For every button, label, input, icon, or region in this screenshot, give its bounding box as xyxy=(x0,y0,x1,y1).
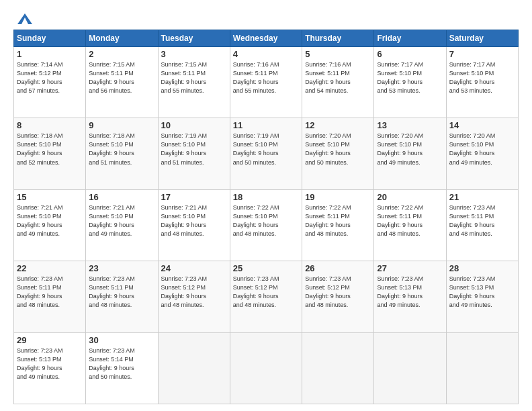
day-info: Sunrise: 7:15 AM Sunset: 5:11 PM Dayligh… xyxy=(89,60,154,95)
day-number: 9 xyxy=(89,120,154,130)
calendar-cell: 19Sunrise: 7:22 AM Sunset: 5:11 PM Dayli… xyxy=(302,189,374,261)
col-header-sunday: Sunday xyxy=(14,30,86,47)
day-info: Sunrise: 7:14 AM Sunset: 5:12 PM Dayligh… xyxy=(17,60,83,95)
day-info: Sunrise: 7:22 AM Sunset: 5:11 PM Dayligh… xyxy=(305,203,371,238)
calendar-cell: 30Sunrise: 7:23 AM Sunset: 5:14 PM Dayli… xyxy=(86,332,158,404)
day-number: 11 xyxy=(233,120,299,130)
calendar-cell: 21Sunrise: 7:23 AM Sunset: 5:11 PM Dayli… xyxy=(446,189,518,261)
header xyxy=(13,12,519,23)
day-number: 6 xyxy=(377,49,443,59)
day-number: 18 xyxy=(233,192,299,202)
col-header-friday: Friday xyxy=(374,30,446,47)
day-info: Sunrise: 7:23 AM Sunset: 5:12 PM Dayligh… xyxy=(233,275,299,310)
day-info: Sunrise: 7:18 AM Sunset: 5:10 PM Dayligh… xyxy=(17,132,83,167)
col-header-monday: Monday xyxy=(86,30,158,47)
col-header-tuesday: Tuesday xyxy=(158,30,230,47)
calendar-cell: 23Sunrise: 7:23 AM Sunset: 5:11 PM Dayli… xyxy=(86,261,158,332)
calendar-cell: 3Sunrise: 7:15 AM Sunset: 5:11 PM Daylig… xyxy=(158,47,230,118)
calendar-table: SundayMondayTuesdayWednesdayThursdayFrid… xyxy=(13,30,519,404)
day-info: Sunrise: 7:23 AM Sunset: 5:13 PM Dayligh… xyxy=(449,275,515,310)
day-info: Sunrise: 7:23 AM Sunset: 5:12 PM Dayligh… xyxy=(305,275,371,310)
calendar-cell: 15Sunrise: 7:21 AM Sunset: 5:10 PM Dayli… xyxy=(14,189,86,261)
day-info: Sunrise: 7:20 AM Sunset: 5:10 PM Dayligh… xyxy=(377,132,443,167)
day-info: Sunrise: 7:23 AM Sunset: 5:12 PM Dayligh… xyxy=(161,275,227,310)
day-number: 1 xyxy=(17,49,83,59)
logo-icon xyxy=(16,12,34,26)
day-info: Sunrise: 7:20 AM Sunset: 5:10 PM Dayligh… xyxy=(449,132,515,167)
calendar-cell: 24Sunrise: 7:23 AM Sunset: 5:12 PM Dayli… xyxy=(158,261,230,332)
day-info: Sunrise: 7:23 AM Sunset: 5:11 PM Dayligh… xyxy=(89,275,154,310)
day-number: 19 xyxy=(305,192,371,202)
day-number: 21 xyxy=(449,192,515,202)
calendar-cell xyxy=(302,332,374,404)
calendar-cell xyxy=(446,332,518,404)
day-info: Sunrise: 7:21 AM Sunset: 5:10 PM Dayligh… xyxy=(161,203,227,238)
day-number: 14 xyxy=(449,120,515,130)
day-number: 12 xyxy=(305,120,371,130)
day-number: 4 xyxy=(233,49,299,59)
day-number: 20 xyxy=(377,192,443,202)
calendar-cell: 16Sunrise: 7:21 AM Sunset: 5:10 PM Dayli… xyxy=(86,189,158,261)
calendar-cell: 1Sunrise: 7:14 AM Sunset: 5:12 PM Daylig… xyxy=(14,47,86,118)
day-info: Sunrise: 7:21 AM Sunset: 5:10 PM Dayligh… xyxy=(17,203,83,238)
day-info: Sunrise: 7:22 AM Sunset: 5:10 PM Dayligh… xyxy=(233,203,299,238)
day-info: Sunrise: 7:23 AM Sunset: 5:11 PM Dayligh… xyxy=(449,203,515,238)
calendar-cell: 9Sunrise: 7:18 AM Sunset: 5:10 PM Daylig… xyxy=(86,118,158,189)
calendar-cell: 18Sunrise: 7:22 AM Sunset: 5:10 PM Dayli… xyxy=(230,189,302,261)
calendar-cell: 27Sunrise: 7:23 AM Sunset: 5:13 PM Dayli… xyxy=(374,261,446,332)
day-number: 23 xyxy=(89,263,154,273)
day-info: Sunrise: 7:17 AM Sunset: 5:10 PM Dayligh… xyxy=(377,60,443,95)
calendar-cell: 2Sunrise: 7:15 AM Sunset: 5:11 PM Daylig… xyxy=(86,47,158,118)
day-number: 22 xyxy=(17,263,83,273)
day-info: Sunrise: 7:23 AM Sunset: 5:13 PM Dayligh… xyxy=(17,347,83,381)
col-header-thursday: Thursday xyxy=(302,30,374,47)
calendar-cell: 5Sunrise: 7:16 AM Sunset: 5:11 PM Daylig… xyxy=(302,47,374,118)
day-info: Sunrise: 7:19 AM Sunset: 5:10 PM Dayligh… xyxy=(233,132,299,167)
calendar-cell: 6Sunrise: 7:17 AM Sunset: 5:10 PM Daylig… xyxy=(374,47,446,118)
day-number: 30 xyxy=(89,335,154,345)
calendar-cell: 12Sunrise: 7:20 AM Sunset: 5:10 PM Dayli… xyxy=(302,118,374,189)
day-number: 25 xyxy=(233,263,299,273)
calendar-cell: 14Sunrise: 7:20 AM Sunset: 5:10 PM Dayli… xyxy=(446,118,518,189)
col-header-wednesday: Wednesday xyxy=(230,30,302,47)
logo xyxy=(13,12,34,23)
calendar-cell: 29Sunrise: 7:23 AM Sunset: 5:13 PM Dayli… xyxy=(14,332,86,404)
day-info: Sunrise: 7:19 AM Sunset: 5:10 PM Dayligh… xyxy=(161,132,227,167)
calendar-cell: 7Sunrise: 7:17 AM Sunset: 5:10 PM Daylig… xyxy=(446,47,518,118)
day-number: 5 xyxy=(305,49,371,59)
day-number: 13 xyxy=(377,120,443,130)
calendar-cell: 4Sunrise: 7:16 AM Sunset: 5:11 PM Daylig… xyxy=(230,47,302,118)
calendar-cell: 8Sunrise: 7:18 AM Sunset: 5:10 PM Daylig… xyxy=(14,118,86,189)
day-info: Sunrise: 7:17 AM Sunset: 5:10 PM Dayligh… xyxy=(449,60,515,95)
day-number: 3 xyxy=(161,49,227,59)
day-info: Sunrise: 7:21 AM Sunset: 5:10 PM Dayligh… xyxy=(89,203,154,238)
col-header-saturday: Saturday xyxy=(446,30,518,47)
day-number: 10 xyxy=(161,120,227,130)
calendar-cell: 22Sunrise: 7:23 AM Sunset: 5:11 PM Dayli… xyxy=(14,261,86,332)
day-info: Sunrise: 7:20 AM Sunset: 5:10 PM Dayligh… xyxy=(305,132,371,167)
day-info: Sunrise: 7:18 AM Sunset: 5:10 PM Dayligh… xyxy=(89,132,154,167)
calendar-cell: 13Sunrise: 7:20 AM Sunset: 5:10 PM Dayli… xyxy=(374,118,446,189)
day-info: Sunrise: 7:23 AM Sunset: 5:11 PM Dayligh… xyxy=(17,275,83,310)
day-number: 16 xyxy=(89,192,154,202)
day-number: 2 xyxy=(89,49,154,59)
day-number: 24 xyxy=(161,263,227,273)
day-info: Sunrise: 7:23 AM Sunset: 5:14 PM Dayligh… xyxy=(89,347,154,381)
calendar-cell: 25Sunrise: 7:23 AM Sunset: 5:12 PM Dayli… xyxy=(230,261,302,332)
calendar-cell xyxy=(158,332,230,404)
calendar-cell: 10Sunrise: 7:19 AM Sunset: 5:10 PM Dayli… xyxy=(158,118,230,189)
day-number: 29 xyxy=(17,335,83,345)
day-info: Sunrise: 7:15 AM Sunset: 5:11 PM Dayligh… xyxy=(161,60,227,95)
day-info: Sunrise: 7:16 AM Sunset: 5:11 PM Dayligh… xyxy=(233,60,299,95)
day-info: Sunrise: 7:16 AM Sunset: 5:11 PM Dayligh… xyxy=(305,60,371,95)
calendar-cell: 20Sunrise: 7:22 AM Sunset: 5:11 PM Dayli… xyxy=(374,189,446,261)
calendar-cell: 28Sunrise: 7:23 AM Sunset: 5:13 PM Dayli… xyxy=(446,261,518,332)
calendar-cell: 17Sunrise: 7:21 AM Sunset: 5:10 PM Dayli… xyxy=(158,189,230,261)
calendar-cell: 11Sunrise: 7:19 AM Sunset: 5:10 PM Dayli… xyxy=(230,118,302,189)
day-number: 17 xyxy=(161,192,227,202)
calendar-cell: 26Sunrise: 7:23 AM Sunset: 5:12 PM Dayli… xyxy=(302,261,374,332)
day-number: 26 xyxy=(305,263,371,273)
day-number: 28 xyxy=(449,263,515,273)
day-number: 27 xyxy=(377,263,443,273)
day-info: Sunrise: 7:22 AM Sunset: 5:11 PM Dayligh… xyxy=(377,203,443,238)
